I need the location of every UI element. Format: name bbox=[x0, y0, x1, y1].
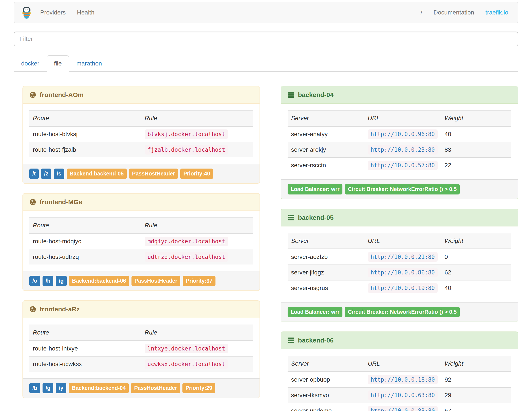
route-name: route-host-udtrzq bbox=[29, 249, 141, 264]
routes-header-row: Route Rule bbox=[29, 110, 253, 126]
tab-file[interactable]: file bbox=[47, 55, 69, 72]
backend-card-header: backend-04 bbox=[281, 87, 518, 104]
server-weight: 40 bbox=[441, 126, 511, 142]
traefik-brand[interactable] bbox=[18, 7, 35, 19]
routes-table: Route Rule route-host-mdqiyc mdqiyc.dock… bbox=[29, 217, 253, 264]
route-name: route-host-ucwksx bbox=[29, 356, 141, 372]
entrypoint-badge: /y bbox=[56, 383, 66, 393]
server-url[interactable]: http://10.0.0.57:80 bbox=[368, 161, 437, 170]
nav-health[interactable]: Health bbox=[71, 9, 100, 16]
frontend-card-body: Route Rule route-host-btvksj btvksj.dock… bbox=[23, 104, 259, 164]
route-name: route-host-fjzalb bbox=[29, 142, 141, 157]
route-rule: fjzalb.docker.localhost bbox=[145, 145, 228, 155]
tab-marathon[interactable]: marathon bbox=[69, 55, 109, 72]
passhostheader-badge: PassHostHeader bbox=[129, 168, 178, 179]
server-weight: 92 bbox=[441, 372, 511, 387]
filter-input[interactable] bbox=[14, 31, 518, 46]
servers-table: Server URL Weight server-anatyy http://1… bbox=[288, 110, 511, 173]
routes-header-row: Route Rule bbox=[29, 218, 253, 233]
route-row: route-host-lntxye lntxye.docker.localhos… bbox=[29, 341, 253, 356]
route-rule: lntxye.docker.localhost bbox=[145, 344, 228, 353]
server-row: server-arekjy http://10.0.0.23:80 83 bbox=[288, 142, 511, 157]
server-url[interactable]: http://10.0.0.23:80 bbox=[368, 145, 437, 155]
server-name: server-rscctn bbox=[288, 157, 364, 173]
server-name: server-aozfzb bbox=[288, 249, 364, 265]
traefik-dashboard: Providers Health / Documentation traefik… bbox=[0, 0, 532, 411]
server-row: server-nsgrus http://10.0.0.19:80 40 bbox=[288, 280, 511, 296]
backend-title: backend-06 bbox=[298, 337, 333, 344]
backend-badge: Backend:backend-05 bbox=[67, 168, 127, 179]
nav-traefik-io[interactable]: traefik.io bbox=[480, 9, 514, 16]
servers-header-row: Server URL Weight bbox=[288, 356, 511, 372]
frontend-card-body: Route Rule route-host-mdqiyc mdqiyc.dock… bbox=[23, 211, 259, 271]
server-icon bbox=[288, 91, 294, 98]
server-row: server-rscctn http://10.0.0.57:80 22 bbox=[288, 157, 511, 173]
frontend-card-footer: /o /h /g Backend:backend-06 PassHostHead… bbox=[23, 271, 259, 290]
server-url[interactable]: http://10.0.0.21:80 bbox=[368, 252, 437, 262]
routes-table: Route Rule route-host-btvksj btvksj.dock… bbox=[29, 110, 253, 157]
tab-docker[interactable]: docker bbox=[14, 55, 47, 72]
server-weight: 0 bbox=[441, 249, 511, 265]
server-url[interactable]: http://10.0.0.86:80 bbox=[368, 268, 437, 277]
route-rule: udtrzq.docker.localhost bbox=[145, 252, 228, 262]
route-rule: ucwksx.docker.localhost bbox=[145, 359, 228, 369]
route-row: route-host-ucwksx ucwksx.docker.localhos… bbox=[29, 356, 253, 372]
route-rule: btvksj.docker.localhost bbox=[145, 129, 228, 139]
entrypoint-badge: /z bbox=[41, 168, 51, 179]
backend-badge: Backend:backend-06 bbox=[69, 276, 129, 286]
server-weight: 83 bbox=[441, 142, 511, 157]
route-name: route-host-mdqiyc bbox=[29, 233, 141, 249]
server-url[interactable]: http://10.0.0.96:80 bbox=[368, 129, 437, 139]
nav-slash[interactable]: / bbox=[415, 9, 428, 16]
server-url[interactable]: http://10.0.0.18:80 bbox=[368, 375, 438, 384]
route-column-header: Route bbox=[29, 110, 141, 126]
circuit-breaker-badge: Circuit Breaker: NetworkErrorRatio () > … bbox=[345, 184, 460, 195]
entrypoint-badge: /o bbox=[29, 276, 40, 286]
frontends-column: frontend-AOm Route Rule bbox=[22, 86, 260, 408]
server-row: server-opbuop http://10.0.0.18:80 92 bbox=[288, 372, 511, 387]
servers-table: Server URL Weight server-aozfzb http://1… bbox=[288, 233, 511, 296]
route-row: route-host-fjzalb fjzalb.docker.localhos… bbox=[29, 142, 253, 157]
servers-header-row: Server URL Weight bbox=[288, 110, 511, 126]
route-row: route-host-mdqiyc mdqiyc.docker.localhos… bbox=[29, 233, 253, 249]
server-url[interactable]: http://10.0.0.19:80 bbox=[368, 283, 437, 293]
entrypoint-badge: /g bbox=[43, 383, 53, 393]
globe-icon bbox=[29, 91, 36, 98]
passhostheader-badge: PassHostHeader bbox=[131, 383, 180, 393]
server-weight: 57 bbox=[441, 403, 511, 411]
server-name: server-anatyy bbox=[288, 126, 364, 142]
frontend-title: frontend-MGe bbox=[40, 198, 82, 206]
weight-column-header: Weight bbox=[441, 233, 511, 249]
frontend-title: frontend-aRz bbox=[40, 305, 80, 313]
backend-card: backend-04 Server URL Weight bbox=[281, 86, 518, 199]
backend-card-body: Server URL Weight server-aozfzb http://1… bbox=[281, 226, 518, 302]
backend-badge: Backend:backend-04 bbox=[69, 383, 129, 393]
server-column-header: Server bbox=[288, 356, 364, 372]
server-row: server-anatyy http://10.0.0.96:80 40 bbox=[288, 126, 511, 142]
entrypoint-badge: /s bbox=[54, 168, 64, 179]
server-name: server-arekjy bbox=[288, 142, 364, 157]
url-column-header: URL bbox=[364, 110, 441, 126]
server-url[interactable]: http://10.0.0.63:80 bbox=[368, 391, 438, 400]
frontend-card-header: frontend-MGe bbox=[23, 194, 259, 211]
backend-card-footer: Load Balancer: wrr Circuit Breaker: Netw… bbox=[281, 302, 518, 322]
server-weight: 29 bbox=[441, 387, 511, 403]
routes-table: Route Rule route-host-lntxye lntxye.dock… bbox=[29, 324, 253, 372]
server-url[interactable]: http://10.0.0.83:80 bbox=[368, 406, 438, 411]
circuit-breaker-badge: Circuit Breaker: NetworkErrorRatio () > … bbox=[345, 307, 460, 317]
weight-column-header: Weight bbox=[441, 110, 511, 126]
cards-row: frontend-AOm Route Rule bbox=[14, 86, 518, 411]
server-name: server-tksmvo bbox=[288, 387, 364, 403]
entrypoint-badge: /t bbox=[29, 168, 39, 179]
weight-column-header: Weight bbox=[441, 356, 511, 372]
rule-column-header: Rule bbox=[141, 110, 253, 126]
server-icon bbox=[288, 214, 294, 221]
server-row: server-jifqgz http://10.0.0.86:80 62 bbox=[288, 265, 511, 280]
frontend-card-header: frontend-AOm bbox=[23, 87, 259, 104]
nav-documentation[interactable]: Documentation bbox=[428, 9, 480, 16]
url-column-header: URL bbox=[364, 356, 441, 372]
entrypoint-badge: /h bbox=[43, 276, 53, 286]
server-weight: 62 bbox=[441, 265, 511, 280]
frontend-card-footer: /t /z /s Backend:backend-05 PassHostHead… bbox=[23, 164, 259, 183]
nav-providers[interactable]: Providers bbox=[35, 9, 71, 16]
